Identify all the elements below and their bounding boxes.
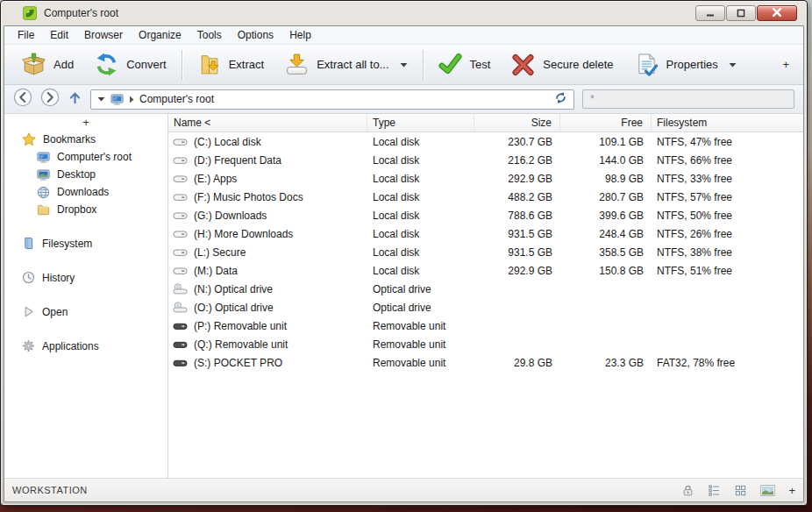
table-row[interactable]: (D:) Frequent DataLocal disk216.2 GB144.… [168, 151, 803, 169]
table-row[interactable]: (M:) DataLocal disk292.9 GB150.8 GBNTFS,… [168, 261, 803, 280]
main-area: +BookmarksComputer's rootDesktopDownload… [4, 114, 803, 478]
close-button[interactable] [757, 5, 797, 21]
local-disk-icon [173, 210, 188, 221]
toolbar-button-test[interactable]: Test [428, 47, 502, 82]
list-view-icon[interactable] [708, 484, 721, 497]
column-header-name[interactable]: Name < [168, 114, 367, 132]
menu-item-browser[interactable]: Browser [76, 27, 131, 43]
table-row[interactable]: (Q:) Removable unitRemovable unit [168, 335, 803, 353]
lock-icon[interactable] [681, 484, 694, 497]
grid-view-icon[interactable] [734, 484, 747, 497]
sidebar-section-applications[interactable]: Applications [4, 337, 167, 355]
sidebar-add-bookmark-button[interactable]: + [4, 117, 167, 130]
forward-button[interactable] [40, 88, 60, 110]
sidebar-section-history[interactable]: History [4, 268, 167, 287]
breadcrumb[interactable]: Computer's root [90, 89, 574, 110]
menu-item-edit[interactable]: Edit [42, 27, 76, 43]
toolbar-add-button[interactable]: + [782, 58, 796, 71]
close-icon [772, 5, 782, 21]
table-row[interactable]: (C:) Local diskLocal disk230.7 GB109.1 G… [168, 132, 803, 151]
column-header-size[interactable]: Size [474, 114, 560, 132]
drive-name-cell: (M:) Data [168, 265, 367, 277]
sidebar-item-dropbox[interactable]: Dropbox [4, 201, 167, 218]
dropdown-arrow-icon[interactable] [400, 62, 408, 68]
sidebar-section-filesystem[interactable]: Filesystem [4, 234, 167, 252]
drive-name-cell: (Q:) Removable unit [168, 338, 367, 351]
drive-filesystem: FAT32, 78% free [652, 357, 803, 369]
menu-item-help[interactable]: Help [281, 27, 319, 43]
drive-free: 358.5 GB [560, 246, 652, 259]
sidebar-item-downloads[interactable]: Downloads [4, 183, 167, 201]
table-row[interactable]: (O:) Optical driveOptical drive [168, 298, 803, 316]
menu-item-options[interactable]: Options [230, 27, 281, 43]
machine-name: WORKSTATION [12, 485, 88, 495]
test-icon [438, 53, 462, 76]
drive-name-cell: (D:) Frequent Data [168, 154, 367, 167]
sidebar-section-label: Bookmarks [43, 133, 96, 146]
sidebar-section-open[interactable]: Open [4, 302, 167, 321]
toolbar-button-extract[interactable]: Extract [187, 47, 274, 82]
forward-icon [40, 88, 60, 110]
toolbar-button-label: Convert [126, 58, 167, 71]
maximize-icon [737, 5, 745, 21]
chevron-down-icon[interactable] [97, 96, 105, 102]
sidebar-item-label: Dropbox [57, 203, 96, 216]
minimize-button[interactable] [695, 5, 725, 21]
table-row[interactable]: (G:) DownloadsLocal disk788.6 GB399.6 GB… [168, 206, 803, 224]
drive-name: (L:) Secure [194, 246, 246, 259]
drive-free: 23.3 GB [560, 357, 652, 369]
drive-filesystem: NTFS, 26% free [652, 228, 803, 240]
drive-type: Local disk [367, 246, 474, 259]
breadcrumb-path[interactable]: Computer's root [139, 93, 214, 105]
search-input[interactable] [582, 89, 794, 109]
local-disk-icon [173, 266, 188, 276]
table-row[interactable]: (S:) POCKET PRORemovable unit29.8 GB23.3… [168, 353, 803, 372]
drive-size: 292.9 GB [474, 173, 560, 185]
toolbar-button-label: Extract [229, 58, 264, 71]
menu-item-file[interactable]: File [10, 27, 42, 43]
local-disk-icon [173, 155, 188, 166]
dropdown-arrow-icon[interactable] [729, 62, 737, 68]
table-row[interactable]: (L:) SecureLocal disk931.5 GB358.5 GBNTF… [168, 243, 803, 261]
table-row[interactable]: (F:) Music Photos DocsLocal disk488.2 GB… [168, 188, 803, 206]
toolbar-button-properties[interactable]: Properties [624, 47, 747, 82]
table-row[interactable]: (P:) Removable unitRemovable unit [168, 316, 803, 335]
column-header-free[interactable]: Free [560, 114, 652, 132]
drive-size: 230.7 GB [474, 136, 560, 148]
drive-name: (G:) Downloads [194, 210, 267, 222]
status-add-button[interactable]: + [788, 484, 795, 497]
drive-size: 931.5 GB [474, 246, 560, 259]
toolbar-button-add[interactable]: Add [11, 47, 84, 82]
toolbar-button-extract-all-to[interactable]: Extract all to... [274, 47, 417, 82]
drive-type: Local disk [367, 173, 474, 185]
sidebar-item-desktop[interactable]: Desktop [4, 166, 167, 183]
table-row[interactable]: (N:) Optical driveOptical drive [168, 280, 803, 298]
toolbar-button-secure-delete[interactable]: Secure delete [501, 47, 623, 82]
maximize-button[interactable] [726, 5, 756, 21]
title-bar[interactable]: Computer's root [1, 1, 807, 25]
drive-free: 150.8 GB [560, 265, 652, 277]
toolbar-button-convert[interactable]: Convert [84, 47, 177, 82]
drive-type: Local disk [367, 210, 474, 222]
chevron-right-icon[interactable] [129, 96, 134, 103]
drive-type: Optical drive [367, 283, 474, 295]
desktop-icon [37, 168, 50, 181]
menu-item-tools[interactable]: Tools [189, 27, 230, 43]
table-row[interactable]: (H:) More DownloadsLocal disk931.5 GB248… [168, 224, 803, 243]
drive-size: 292.9 GB [474, 265, 560, 277]
drive-type: Optical drive [367, 302, 474, 314]
back-button[interactable] [13, 88, 32, 110]
column-header-filesystem[interactable]: Filesystem [652, 114, 803, 132]
sidebar-section-bookmarks[interactable]: Bookmarks [4, 130, 167, 148]
drive-name-cell: (L:) Secure [168, 246, 367, 259]
refresh-button[interactable] [554, 91, 567, 107]
window-controls [695, 5, 797, 21]
sidebar-item-computer-s-root[interactable]: Computer's root [4, 148, 167, 166]
thumbnail-view-icon[interactable] [760, 485, 775, 496]
menu-item-organize[interactable]: Organize [131, 27, 189, 43]
up-button[interactable] [68, 90, 82, 109]
drive-type: Removable unit [367, 320, 474, 332]
toolbar: AddConvertExtractExtract all to...TestSe… [4, 45, 803, 85]
table-row[interactable]: (E:) AppsLocal disk292.9 GB98.9 GBNTFS, … [168, 169, 803, 188]
column-header-type[interactable]: Type [367, 114, 474, 132]
